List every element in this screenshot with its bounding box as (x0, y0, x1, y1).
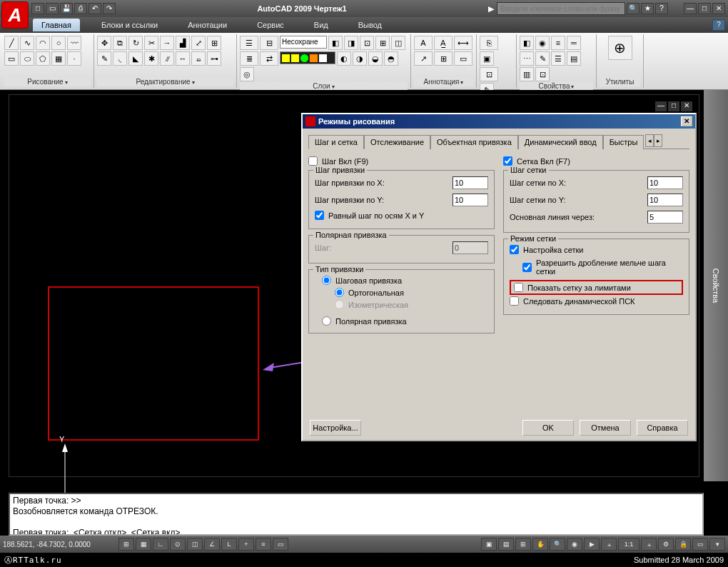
bylayer-icon[interactable]: ▤ (567, 51, 581, 66)
dyn-toggle-icon[interactable]: + (238, 538, 254, 551)
redo-icon[interactable]: ↷ (103, 3, 116, 14)
dialog-close-icon[interactable]: ✕ (681, 116, 692, 126)
search-icon[interactable]: 🔍 (627, 3, 639, 14)
layer8-icon[interactable]: ◒ (368, 51, 383, 66)
layer6-icon[interactable]: ◐ (337, 51, 351, 66)
attr-icon[interactable]: ⊡ (480, 67, 498, 81)
tab-service[interactable]: Сервис (248, 19, 293, 31)
break-icon[interactable]: ⏛ (191, 51, 206, 66)
equal-xy-checkbox[interactable] (315, 211, 324, 220)
tray-icon[interactable]: ▾ (709, 538, 725, 551)
grid-x-input[interactable] (647, 176, 683, 189)
tab-annotations[interactable]: Аннотации (179, 19, 236, 31)
layerstate-select[interactable]: Несохране (280, 36, 327, 49)
grid-toggle-icon[interactable]: ▦ (136, 538, 151, 551)
print-icon[interactable]: ⎙ (74, 3, 87, 14)
lock-icon[interactable]: 🔒 (675, 538, 691, 551)
point-icon[interactable]: · (67, 51, 81, 66)
open-icon[interactable]: ▭ (46, 3, 59, 14)
insert-icon[interactable]: ⎘ (480, 36, 498, 50)
show-beyond-limits-checkbox[interactable] (514, 283, 523, 292)
hatch-icon[interactable]: ▦ (51, 51, 66, 66)
adaptive-checkbox[interactable] (510, 245, 519, 254)
field-icon[interactable]: ▭ (454, 51, 472, 66)
layerprops-icon[interactable]: ☰ (240, 36, 258, 50)
layer-dropdown[interactable] (280, 51, 335, 64)
subdiv-checkbox[interactable] (522, 263, 532, 272)
rotate-icon[interactable]: ↻ (128, 36, 143, 50)
ducs-toggle-icon[interactable]: L (221, 538, 237, 551)
follow-ucs-checkbox[interactable] (510, 296, 519, 306)
ortho-toggle-icon[interactable]: ∟ (153, 538, 168, 551)
color-icon[interactable]: ◧ (520, 36, 534, 50)
tab-scroll-left-icon[interactable]: ◂ (645, 134, 654, 147)
layer9-icon[interactable]: ◓ (384, 51, 398, 66)
help-button[interactable]: Справка (637, 420, 688, 436)
layer5-icon[interactable]: ◫ (391, 36, 405, 50)
close-icon[interactable]: ✕ (712, 3, 725, 14)
dlg-min-icon[interactable]: — (655, 101, 667, 111)
lweight-icon[interactable]: ═ (567, 36, 581, 50)
modelspace-icon[interactable]: ▣ (481, 538, 497, 551)
ltype-icon[interactable]: ≡ (551, 36, 565, 50)
pan-icon[interactable]: ✋ (532, 538, 548, 551)
match-icon[interactable]: ✎ (535, 51, 550, 66)
stretch-icon[interactable]: ↔ (176, 51, 190, 66)
snap-x-input[interactable] (453, 176, 488, 189)
polar-toggle-icon[interactable]: ⊙ (170, 538, 186, 551)
tab-snap-grid[interactable]: Шаг и сетка (308, 135, 364, 149)
tab-tracking[interactable]: Отслеживание (364, 135, 430, 149)
polygon-icon[interactable]: ⬠ (36, 51, 50, 66)
dlg-close-icon[interactable]: ✕ (681, 101, 692, 111)
tab-dynamic[interactable]: Динамический ввод (518, 135, 603, 149)
panel-edit-label[interactable]: Редактирование▾ (97, 77, 233, 86)
measure-icon[interactable]: ⊕ (608, 36, 632, 60)
properties-palette[interactable]: Свойства (704, 90, 728, 481)
dlg-max-icon[interactable]: □ (668, 101, 679, 111)
blockdef-icon[interactable]: ▣ (480, 51, 494, 66)
type-polar-radio[interactable] (322, 316, 331, 326)
list-icon[interactable]: ☰ (551, 51, 565, 66)
minimize-icon[interactable]: — (684, 3, 697, 14)
snap-toggle-icon[interactable]: ⊞ (118, 538, 134, 551)
tab-quick[interactable]: Быстры (603, 135, 644, 149)
layer3-icon[interactable]: ⊡ (360, 36, 374, 50)
steering-icon[interactable]: ◉ (567, 538, 582, 551)
lwt-toggle-icon[interactable]: ≡ (256, 538, 271, 551)
layerstate-icon[interactable]: ⊟ (260, 36, 278, 50)
maximize-icon[interactable]: □ (698, 3, 711, 14)
chamfer-icon[interactable]: ◣ (128, 51, 143, 66)
trim-icon[interactable]: ✂ (144, 36, 158, 50)
ok-button[interactable]: OK (522, 420, 574, 436)
offset-icon[interactable]: ⫽ (160, 51, 174, 66)
table-icon[interactable]: ⊞ (434, 51, 453, 66)
props2-icon[interactable]: ⊡ (535, 67, 550, 81)
dialog-titlebar[interactable]: Режимы рисования ✕ (303, 114, 695, 129)
dim-icon[interactable]: ⟷ (454, 36, 472, 50)
app-menu-button[interactable]: A (1, 1, 29, 29)
ellipse-icon[interactable]: ⬭ (20, 51, 34, 66)
layercombine-icon[interactable]: ≣ (240, 51, 258, 66)
annovis-icon[interactable]: ⟁ (641, 538, 657, 551)
search-play-icon[interactable]: ▶ (488, 4, 494, 14)
snap-on-checkbox[interactable] (308, 156, 318, 166)
line-icon[interactable]: ╱ (4, 36, 19, 50)
help-icon[interactable]: ? (655, 3, 668, 14)
layer7-icon[interactable]: ◑ (353, 51, 367, 66)
tab-osnap[interactable]: Объектная привязка (430, 135, 518, 149)
spline-icon[interactable]: 〰 (67, 36, 81, 50)
clean-icon[interactable]: ▭ (692, 538, 708, 551)
tab-output[interactable]: Вывод (350, 19, 390, 31)
layermove-icon[interactable]: ⇄ (260, 51, 278, 66)
type-step-radio[interactable] (322, 276, 331, 285)
layout-icon[interactable]: ▤ (498, 538, 514, 551)
tab-view[interactable]: Вид (305, 19, 337, 31)
scale-icon[interactable]: ⤢ (191, 36, 206, 50)
more-icon[interactable]: ⋯ (520, 51, 534, 66)
model-toggle-icon[interactable]: ▭ (273, 538, 288, 551)
copy-icon[interactable]: ⧉ (113, 36, 127, 50)
cancel-button[interactable]: Отмена (580, 420, 631, 436)
layer-icon[interactable]: ◧ (328, 36, 343, 50)
panel-anno-label[interactable]: Аннотация▾ (414, 77, 473, 86)
snap-y-input[interactable] (453, 194, 488, 206)
